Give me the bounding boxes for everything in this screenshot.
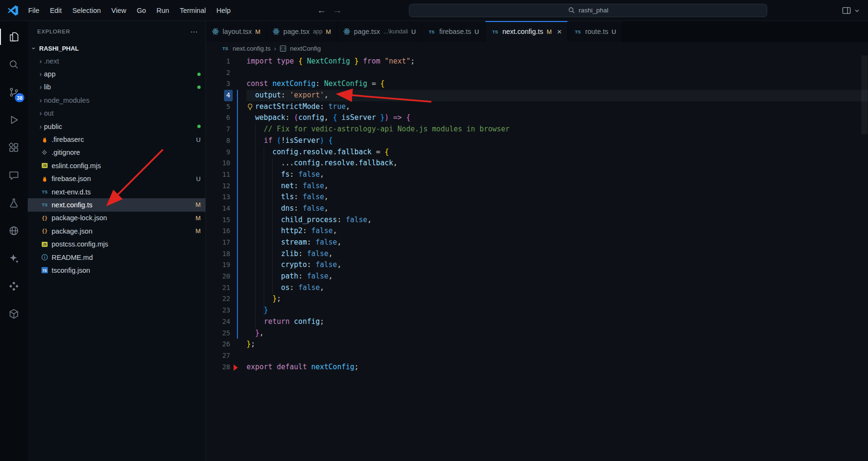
menu-go[interactable]: Go <box>131 4 151 17</box>
code-editor[interactable]: 1 import type { NextConfig } from "next"… <box>206 54 868 461</box>
code-line[interactable]: 12 net: false, <box>206 181 868 192</box>
code-line[interactable]: 17 stream: false, <box>206 237 868 248</box>
code-text[interactable]: zlib: false, <box>246 248 868 260</box>
line-number[interactable]: 16 <box>206 225 233 237</box>
line-number[interactable]: 12 <box>206 181 233 192</box>
folder-row[interactable]: ›public <box>28 120 205 133</box>
activity-extensions[interactable] <box>2 134 25 161</box>
code-line[interactable]: 2 <box>206 67 868 79</box>
line-number[interactable]: 3 <box>206 78 233 90</box>
code-text[interactable]: // Fix for vedic-astrology-api Node.js m… <box>246 124 868 135</box>
line-number[interactable]: 2 <box>206 67 233 79</box>
code-text[interactable]: if (!isServer) { <box>246 135 868 147</box>
code-text[interactable]: ...config.resolve.fallback, <box>246 158 868 169</box>
editor-tab[interactable]: TS route.ts U <box>568 21 622 42</box>
search-box[interactable]: rashi_phal <box>409 4 767 17</box>
code-line[interactable]: 7 // Fix for vedic-astrology-api Node.js… <box>206 124 868 135</box>
file-row[interactable]: .firebasercU <box>28 133 205 146</box>
activity-files[interactable] <box>2 23 25 51</box>
nav-forward-icon[interactable]: → <box>333 5 342 16</box>
file-row[interactable]: {}package-lock.jsonM <box>28 212 205 225</box>
menu-selection[interactable]: Selection <box>67 4 106 17</box>
folder-row[interactable]: ›lib <box>28 81 205 94</box>
code-line[interactable]: 26 }; <box>206 339 868 350</box>
explorer-more-actions-icon[interactable]: ⋯ <box>190 27 198 36</box>
code-text[interactable]: }; <box>246 339 868 350</box>
menu-run[interactable]: Run <box>151 4 175 17</box>
code-line[interactable]: 25 }, <box>206 328 868 339</box>
activity-source-control[interactable]: 38 <box>2 78 25 106</box>
line-number[interactable]: 28 <box>206 362 233 373</box>
code-line[interactable]: 13 tls: false, <box>206 192 868 203</box>
folder-row[interactable]: ›app <box>28 67 205 80</box>
menu-file[interactable]: File <box>23 4 44 17</box>
line-number[interactable]: 26 <box>206 339 233 350</box>
activity-container[interactable] <box>2 300 25 328</box>
code-line[interactable]: 28 export default nextConfig; <box>206 362 868 373</box>
line-number[interactable]: 27 <box>206 350 233 362</box>
line-number[interactable]: 22 <box>206 293 233 305</box>
code-text[interactable]: config.resolve.fallback = { <box>246 147 868 158</box>
line-number[interactable]: 23 <box>206 305 233 316</box>
code-text[interactable]: stream: false, <box>246 237 868 248</box>
breadcrumb[interactable]: TS next.config.ts › nextConfig <box>206 42 868 54</box>
code-text[interactable]: fs: false, <box>246 169 868 181</box>
line-number[interactable]: 13 <box>206 192 233 203</box>
code-line[interactable]: 4 output: 'export', <box>206 90 868 101</box>
folder-row[interactable]: ›node_modules <box>28 94 205 107</box>
file-row[interactable]: JSpostcss.config.mjs <box>28 237 205 250</box>
code-text[interactable]: child_process: false, <box>246 214 868 226</box>
line-number[interactable]: 19 <box>206 259 233 271</box>
code-text[interactable]: output: 'export', <box>246 90 868 101</box>
line-number[interactable]: 21 <box>206 282 233 294</box>
code-line[interactable]: 8 if (!isServer) { <box>206 135 868 147</box>
code-line[interactable]: 10 ...config.resolve.fallback, <box>206 158 868 169</box>
file-row[interactable]: JSeslint.config.mjs <box>28 159 205 172</box>
code-text[interactable]: crypto: false, <box>246 259 868 271</box>
code-line[interactable]: 5 reactStrictMode: true, <box>206 101 868 113</box>
code-line[interactable]: 11 fs: false, <box>206 169 868 181</box>
code-text[interactable]: webpack: (config, { isServer }) => { <box>246 112 868 124</box>
breadcrumb-file[interactable]: next.config.ts <box>233 45 271 52</box>
line-number[interactable]: 6 <box>206 112 233 124</box>
menu-help[interactable]: Help <box>211 4 236 17</box>
code-text[interactable]: tls: false, <box>246 192 868 203</box>
code-line[interactable]: 22 }; <box>206 293 868 305</box>
chevron-down-icon[interactable] <box>854 7 860 14</box>
code-line[interactable]: 6 webpack: (config, { isServer }) => { <box>206 112 868 124</box>
code-text[interactable] <box>246 67 868 79</box>
line-number[interactable]: 17 <box>206 237 233 248</box>
code-line[interactable]: 9 config.resolve.fallback = { <box>206 147 868 158</box>
editor-tab[interactable]: page.tsx app M <box>267 21 337 42</box>
code-line[interactable]: 16 http2: false, <box>206 225 868 237</box>
activity-run-debug[interactable] <box>2 106 25 134</box>
activity-search[interactable] <box>2 51 25 78</box>
close-tab-icon[interactable]: × <box>557 28 562 36</box>
activity-beaker[interactable] <box>2 189 25 217</box>
folder-row[interactable]: ›.next <box>28 54 205 67</box>
editor-tab[interactable]: TS firebase.ts U <box>422 21 485 42</box>
line-number[interactable]: 24 <box>206 316 233 328</box>
line-number[interactable]: 20 <box>206 271 233 282</box>
code-text[interactable] <box>246 350 868 362</box>
activity-chat[interactable] <box>2 161 25 189</box>
code-text[interactable]: path: false, <box>246 271 868 282</box>
line-number[interactable]: 8 <box>206 135 233 147</box>
code-text[interactable]: const nextConfig: NextConfig = { <box>246 78 868 90</box>
line-number[interactable]: 15 <box>206 214 233 226</box>
line-number[interactable]: 1 <box>206 56 233 67</box>
code-text[interactable]: net: false, <box>246 181 868 192</box>
code-line[interactable]: 1 import type { NextConfig } from "next"… <box>206 56 868 67</box>
file-row[interactable]: TStsconfig.json <box>28 264 205 277</box>
code-text[interactable]: return config; <box>246 316 868 328</box>
code-line[interactable]: 15 child_process: false, <box>206 214 868 226</box>
file-row[interactable]: {}package.jsonM <box>28 225 205 237</box>
line-number[interactable]: 11 <box>206 169 233 181</box>
code-text[interactable]: export default nextConfig; <box>246 362 868 373</box>
file-row[interactable]: .gitignore <box>28 146 205 159</box>
code-line[interactable]: 23 } <box>206 305 868 316</box>
code-text[interactable]: }, <box>246 328 868 339</box>
line-number[interactable]: 10 <box>206 158 233 169</box>
file-row[interactable]: firebase.jsonU <box>28 172 205 185</box>
code-text[interactable]: } <box>246 305 868 316</box>
